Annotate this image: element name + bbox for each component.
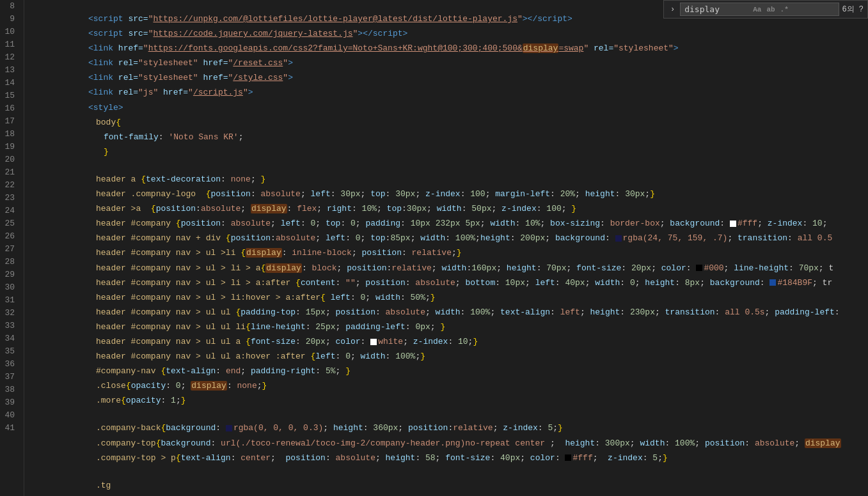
code-line-35 — [31, 396, 868, 409]
code-line-24: header #company nav > ul >li {display: i… — [31, 234, 868, 249]
code-line-39 — [31, 454, 868, 467]
code-line-16: font-family: 'Noto Sans KR'; — [31, 118, 868, 133]
code-line-32: #company-nav {text-align: end; padding-r… — [31, 352, 868, 367]
search-result-count: 6의 ? — [842, 4, 864, 15]
code-line-36: .company-back{background: rgba(0, 0, 0, … — [31, 409, 868, 424]
search-input[interactable] — [684, 4, 748, 14]
code-line-19: header a {text-decoration: none; } — [31, 160, 868, 175]
search-input-wrap: Aa ab .* — [680, 3, 839, 16]
code-line-12: <link rel="stylesheet" href="/style.css"… — [31, 59, 868, 74]
code-line-28: header #company nav > ul ul {padding-top… — [31, 293, 868, 308]
code-line-14: <style> — [31, 89, 868, 104]
code-scroll[interactable]: <script src="https://unpkg.com/@lottiefi… — [31, 0, 868, 496]
match-word-button[interactable]: ab — [764, 5, 777, 14]
code-line-13: <link rel="js" href="/script.js"> — [31, 74, 868, 88]
code-line-21: header >a {position:absolute; display: f… — [31, 190, 868, 205]
code-area: › Aa ab .* 6의 ? <script src="https://unp… — [24, 0, 868, 496]
code-line-11: <link rel="stylesheet" href="/reset.css"… — [31, 44, 868, 59]
code-line-23: header #company nav + div {position:abso… — [31, 219, 868, 234]
search-expand-icon[interactable]: › — [668, 4, 677, 15]
code-line-41: .tg {border-collapse:collapse;border-spa… — [31, 481, 868, 496]
code-line-38: .company-top > p{text-align: center; pos… — [31, 439, 868, 454]
code-line-10: <link href="https://fonts.googleapis.com… — [31, 29, 868, 44]
editor-container: 8 9 10 11 12 13 14 15 16 17 18 19 20 21 … — [0, 0, 868, 496]
code-line-26: header #company nav > ul > li > a:after … — [31, 264, 868, 279]
code-line-27: header #company nav > ul > li:hover > a:… — [31, 279, 868, 293]
line-numbers: 8 9 10 11 12 13 14 15 16 17 18 19 20 21 … — [0, 0, 24, 496]
code-line-18 — [31, 148, 868, 160]
code-line-17: } — [31, 133, 868, 148]
code-line-15: body{ — [31, 104, 868, 118]
search-panel: › Aa ab .* 6의 ? — [663, 0, 868, 19]
code-line-33: .close{opacity: 0; display: none;} — [31, 367, 868, 382]
code-line-34: .more{opacity: 1;} — [31, 382, 868, 396]
code-line-20: header .compnay-logo {position: absolute… — [31, 175, 868, 190]
code-line-40: .tg — [31, 467, 868, 481]
code-line-25: header #company nav > ul > li > a{displa… — [31, 249, 868, 264]
code-line-37: .company-top{background: url(./toco-rene… — [31, 424, 868, 439]
code-line-31: header #company nav > ul ul a:hover :aft… — [31, 337, 868, 352]
code-line-30: header #company nav > ul ul a {font-size… — [31, 323, 868, 337]
code-line-29: header #compnay nav > ul ul li{line-heig… — [31, 308, 868, 323]
search-options: Aa ab .* — [751, 5, 791, 14]
match-case-button[interactable]: Aa — [751, 5, 763, 14]
code-line-22: header #company {position: absolute; lef… — [31, 205, 868, 219]
regex-button[interactable]: .* — [778, 5, 791, 14]
